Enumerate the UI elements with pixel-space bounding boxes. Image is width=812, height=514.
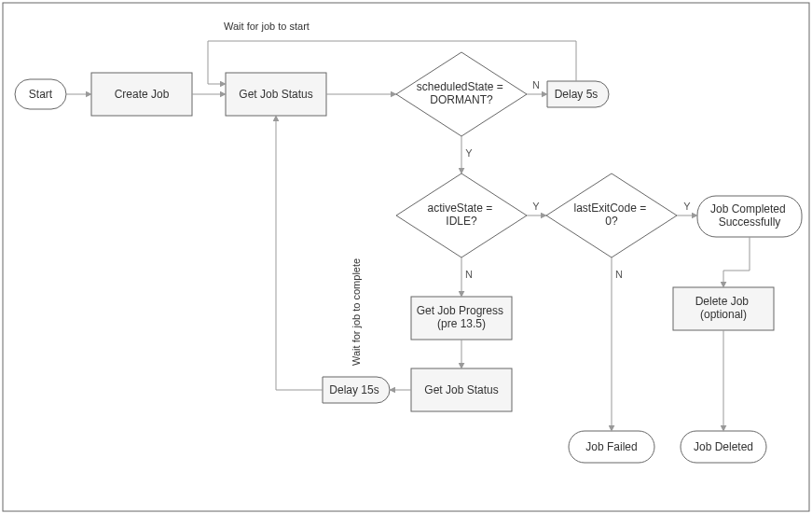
completed-label: Job Completed Successfully [710, 202, 789, 229]
create-job-node: Create Job [91, 73, 192, 116]
job-failed-node: Job Failed [569, 431, 654, 463]
create-job-label: Create Job [115, 88, 170, 101]
edge-exit-y-label: Y [683, 201, 691, 212]
edge-exit-n-label: N [615, 269, 623, 280]
annot-wait-complete: Wait for job to complete [351, 258, 362, 366]
start-label: Start [29, 88, 53, 101]
delay15-node: Delay 15s [323, 377, 390, 403]
decision-exit-node: lastExitCode = 0? [546, 174, 677, 257]
edge-completed-delete [723, 237, 750, 287]
delete-job-node: Delete Job (optional) [673, 287, 774, 330]
get-status-bottom-label: Get Job Status [424, 383, 498, 396]
job-deleted-node: Job Deleted [681, 431, 766, 463]
delay5-label: Delay 5s [555, 88, 599, 101]
edge-active-y-label: Y [532, 201, 540, 212]
edge-active-n-label: N [465, 269, 473, 280]
decision-active-node: activeState = IDLE? [396, 174, 527, 257]
delay5-node: Delay 5s [547, 81, 609, 107]
get-progress-node: Get Job Progress (pre 13.5) [411, 297, 512, 340]
completed-node: Job Completed Successfully [697, 196, 802, 237]
delay15-label: Delay 15s [329, 383, 378, 396]
get-status-bottom-node: Get Job Status [411, 368, 512, 411]
flowchart-canvas: Start Create Job Get Job Status schedule… [0, 0, 812, 514]
start-node: Start [15, 79, 66, 109]
job-failed-label: Job Failed [585, 440, 637, 453]
delete-job-label: Delete Job (optional) [695, 295, 752, 321]
annot-wait-start: Wait for job to start [224, 21, 310, 32]
decision-scheduled-node: scheduledState = DORMANT? [396, 52, 527, 136]
edge-delay15-loop [276, 116, 323, 390]
job-deleted-label: Job Deleted [694, 440, 753, 453]
get-status-top-label: Get Job Status [239, 88, 312, 101]
edge-scheduled-n-label: N [532, 79, 540, 90]
get-status-top-node: Get Job Status [226, 73, 326, 116]
edge-scheduled-y-label: Y [465, 147, 473, 159]
